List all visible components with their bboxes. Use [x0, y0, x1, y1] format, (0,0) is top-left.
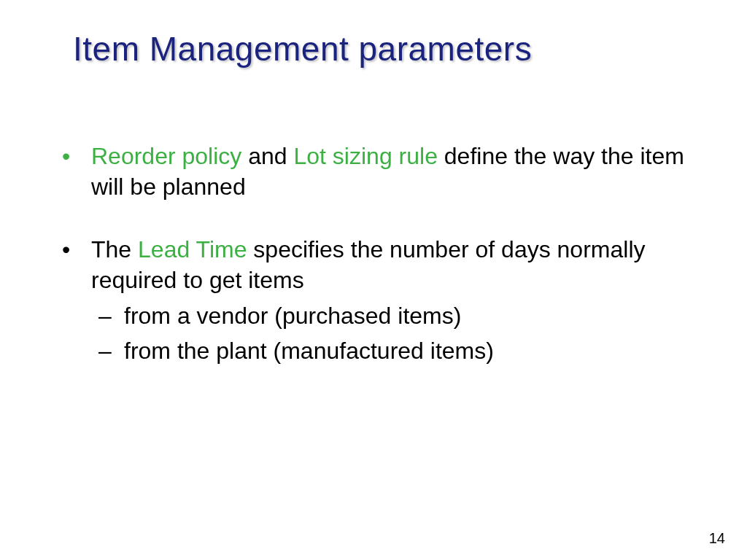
sub-bullet-plant: from the plant (manufactured items) [91, 336, 696, 367]
bullet-2-text-1: The [91, 236, 138, 262]
bullet-item-2: The Lead Time specifies the number of da… [51, 235, 696, 366]
bullet-list: Reorder policy and Lot sizing rule defin… [51, 141, 696, 367]
page-number: 14 [709, 530, 725, 547]
slide: Item Management parameters Reorder polic… [0, 0, 747, 560]
slide-title: Item Management parameters [73, 29, 696, 69]
highlight-lead-time: Lead Time [138, 236, 247, 262]
bullet-item-1: Reorder policy and Lot sizing rule defin… [51, 141, 696, 202]
highlight-lot-sizing: Lot sizing rule [293, 143, 437, 169]
highlight-reorder-policy: Reorder policy [91, 143, 241, 169]
sub-bullet-vendor: from a vendor (purchased items) [91, 301, 696, 332]
bullet-1-text-1: and [241, 143, 293, 169]
sub-bullet-list: from a vendor (purchased items) from the… [91, 301, 696, 366]
